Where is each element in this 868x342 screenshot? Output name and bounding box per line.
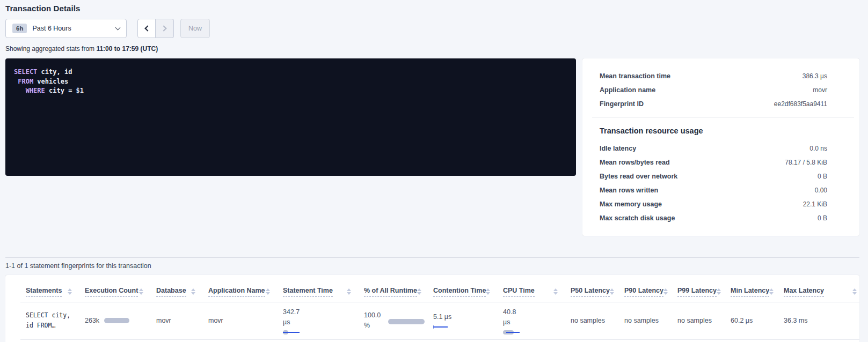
cell-p50-latency: no samples <box>565 302 619 339</box>
statement-link[interactable]: SELECT city,id FROM… <box>26 310 76 331</box>
column-header-p99-latency[interactable]: P99 Latency <box>672 278 725 302</box>
time-range-dropdown[interactable]: 6h Past 6 Hours <box>5 19 127 38</box>
summary-row-fingerprint-id: Fingerprint ID ee2df683f5aa9411 <box>582 97 859 111</box>
sql-line-2: FROM vehicles <box>14 77 567 87</box>
stats-line-prefix: Showing aggregated stats from <box>5 45 96 53</box>
cell-execution-count: 263k <box>79 302 151 339</box>
summary-row-application-name: Application name movr <box>582 83 859 97</box>
now-button[interactable]: Now <box>180 19 210 38</box>
cell-p90-latency: no samples <box>619 302 672 339</box>
previous-time-button[interactable] <box>137 19 156 38</box>
chevron-down-icon <box>115 25 121 30</box>
cell-statement-time: 342.7µs <box>278 302 359 339</box>
summary-divider <box>592 117 854 117</box>
cell-min-latency: 60.2 µs <box>725 302 778 339</box>
sort-icon <box>417 288 421 295</box>
sort-icon <box>610 288 614 295</box>
column-header-statements[interactable]: Statements <box>20 278 79 302</box>
chevron-left-icon <box>144 25 150 31</box>
chevron-right-icon <box>161 25 166 31</box>
execution-count-bar <box>104 318 129 323</box>
column-header-contention-time[interactable]: Contention Time <box>428 278 498 302</box>
sql-statement-box: SELECT city, id FROM vehicles WHERE city… <box>5 58 576 176</box>
transaction-details-page: Transaction Details 6h Past 6 Hours Now … <box>0 0 868 342</box>
statements-table-card: Statements Execution Count Database Appl… <box>5 275 859 342</box>
column-header-application-name[interactable]: Application Name <box>203 278 278 302</box>
column-header-max-latency[interactable]: Max Latency <box>778 278 859 302</box>
cell-max-latency: 36.3 ms <box>778 302 859 339</box>
time-range-label: Past 6 Hours <box>32 25 71 32</box>
sort-icon <box>191 288 195 295</box>
time-range-badge: 6h <box>12 24 27 33</box>
sort-icon <box>347 288 351 295</box>
column-header-statement-time[interactable]: Statement Time <box>278 278 359 302</box>
statements-table-header-row: Statements Execution Count Database Appl… <box>20 278 859 302</box>
page-divider <box>5 257 859 258</box>
sort-icon <box>266 288 270 295</box>
cell-database: movr <box>151 302 203 339</box>
cell-statement: SELECT city,id FROM… <box>20 302 79 339</box>
column-header-p90-latency[interactable]: P90 Latency <box>619 278 672 302</box>
summary-row-mean-rows-bytes-read: Mean rows/bytes read 78.17 / 5.8 KiB <box>582 155 859 169</box>
page-title: Transaction Details <box>5 4 859 13</box>
contention-time-bar <box>433 325 448 329</box>
sort-icon <box>553 288 558 295</box>
sort-icon <box>68 288 72 295</box>
next-time-button[interactable] <box>156 19 174 38</box>
summary-row-max-memory-usage: Max memory usage 22.1 KiB <box>582 197 859 211</box>
statement-row: SELECT city,id FROM… 263k movr movr 342.… <box>20 302 859 339</box>
sort-icon <box>852 288 857 295</box>
summary-row-mean-transaction-time: Mean transaction time 386.3 µs <box>582 69 859 83</box>
summary-row-max-scratch-disk-usage: Max scratch disk usage 0 B <box>582 211 859 225</box>
sql-line-1: SELECT city, id <box>14 68 567 77</box>
cell-p99-latency: no samples <box>672 302 725 339</box>
sql-line-3: WHERE city = $1 <box>14 86 567 96</box>
aggregated-stats-line: Showing aggregated stats from 11:00 to 1… <box>5 45 859 53</box>
cell-application-name: movr <box>203 302 278 339</box>
summary-row-mean-rows-written: Mean rows written 0.00 <box>582 183 859 197</box>
cpu-time-bar <box>503 330 520 334</box>
sort-icon <box>486 288 490 295</box>
sort-icon <box>769 288 774 295</box>
column-header-cpu-time[interactable]: CPU Time <box>498 278 565 302</box>
stats-line-range: 11:00 to 17:59 (UTC) <box>96 45 158 53</box>
time-nav-group <box>137 19 174 38</box>
cell-cpu-time: 40.8µs <box>498 302 565 339</box>
column-header-runtime-pct[interactable]: % of All Runtime <box>359 278 428 302</box>
summary-row-bytes-read-over-network: Bytes read over network 0 B <box>582 169 859 183</box>
statement-time-bar <box>283 330 300 334</box>
runtime-pct-bar <box>388 319 425 324</box>
time-toolbar: 6h Past 6 Hours Now <box>5 19 859 38</box>
statements-table: Statements Execution Count Database Appl… <box>20 278 859 340</box>
content-row: SELECT city, id FROM vehicles WHERE city… <box>5 58 859 236</box>
summary-row-idle-latency: Idle latency 0.0 ns <box>582 142 859 155</box>
column-header-database[interactable]: Database <box>151 278 203 302</box>
transaction-summary-card: Mean transaction time 386.3 µs Applicati… <box>582 58 859 236</box>
column-header-execution-count[interactable]: Execution Count <box>79 278 151 302</box>
column-header-p50-latency[interactable]: P50 Latency <box>565 278 619 302</box>
sort-icon <box>717 288 721 295</box>
resource-usage-title: Transaction resource usage <box>582 122 859 142</box>
statement-fingerprints-caption: 1-1 of 1 statement fingerprints for this… <box>5 262 859 270</box>
sort-icon <box>139 288 143 295</box>
sort-icon <box>663 288 668 295</box>
cell-runtime-pct: 100.0% <box>359 302 428 339</box>
column-header-min-latency[interactable]: Min Latency <box>725 278 778 302</box>
cell-contention-time: 5.1 µs <box>428 302 498 339</box>
